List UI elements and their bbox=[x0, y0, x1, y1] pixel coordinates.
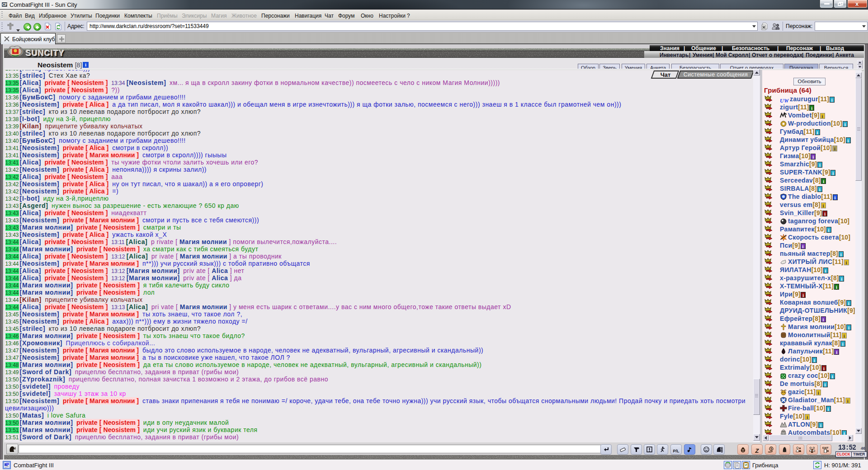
svg-text:5: 5 bbox=[770, 447, 772, 451]
svg-text:EXIT: EXIT bbox=[822, 446, 829, 449]
